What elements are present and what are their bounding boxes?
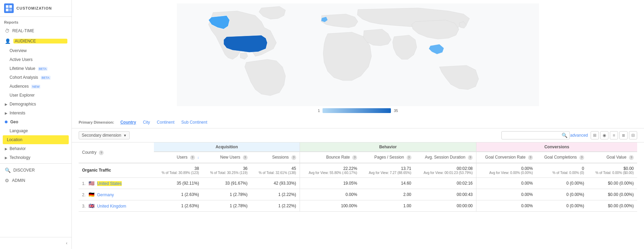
us-duration: 00:02:16 [415,177,476,189]
gb-pages: 1.00 [360,200,415,211]
goal-value-col-header[interactable]: Goal Value ? [588,152,637,163]
flag-us: 🇺🇸 [89,180,94,186]
admin-icon: ⚙ [5,178,9,183]
sidebar-item-audience[interactable]: 👤 AUDIENCE [0,36,71,46]
sidebar-divider [0,163,71,164]
collapse-icon: ‹ [66,241,67,246]
sidebar-item-cohort-analysis[interactable]: Cohort Analysis BETA [0,73,71,82]
users-col-header[interactable]: Users ? ↓ [154,152,202,163]
dim-btn-country[interactable]: Country [118,119,138,125]
search-input[interactable] [501,131,570,139]
new-badge-audiences: NEW [31,85,40,89]
sidebar-item-location[interactable]: Location [3,135,69,144]
goal-conv-col-header[interactable]: Goal Conversion Rate ? [476,152,536,163]
map-gradient-bar [323,108,391,113]
bounce-rate-help-icon[interactable]: ? [352,155,357,160]
map-legend: 1 35 [79,108,637,113]
collapse-sidebar-button[interactable]: ‹ [0,237,71,249]
view-chart-btn[interactable]: ◉ [600,131,608,139]
geo-label: Geo [10,120,18,124]
organic-sessions-cell: 45 % of Total: 32.61% (138) [251,163,300,178]
bounce-rate-col-header[interactable]: Bounce Rate ? [300,152,360,163]
sidebar-item-geo[interactable]: Geo [0,117,71,126]
sidebar-item-overview[interactable]: Overview [0,46,71,55]
goal-value-help-icon[interactable]: ? [629,155,634,160]
gb-completions: 0 (0.00%) [536,200,588,211]
sessions-col-header[interactable]: Sessions ? [251,152,300,163]
search-icon[interactable]: 🔍 [562,133,567,138]
sidebar-group-behavior[interactable]: ▶ Behavior [0,144,71,153]
dim-btn-subcontinent[interactable]: Sub Continent [179,119,209,125]
pages-help-icon[interactable]: ? [407,155,411,160]
sidebar-item-language[interactable]: Language [0,126,71,135]
realtime-label: REAL-TIME [12,28,67,33]
search-input-wrapper: 🔍 [501,131,567,139]
geo-dot-icon [5,121,8,123]
advanced-link[interactable]: advanced [570,133,588,138]
dim-btn-continent[interactable]: Continent [155,119,176,125]
avg-duration-col-header[interactable]: Avg. Session Duration ? [415,152,476,163]
world-map-svg [79,3,637,106]
sidebar-item-realtime[interactable]: ⏱ REAL-TIME [0,26,71,36]
goal-conv-help-icon[interactable]: ? [528,155,533,160]
sidebar-item-admin[interactable]: ⚙ ADMIN [0,175,71,186]
chevron-down-icon: ▼ [123,134,127,137]
users-help-icon[interactable]: ? [190,155,195,160]
data-table: Country ? Acquisition Behavior Conversio… [79,142,637,212]
organic-goal-conv-cell: 0.00% Avg for View: 0.00% (0.00%) [476,163,536,178]
active-users-label: Active Users [10,57,32,62]
primary-dim-label: Primary Dimension: [79,120,114,124]
country-link-us[interactable]: United States [97,181,122,186]
gb-sessions: 1 (2.22%) [251,200,300,211]
search-area: 🔍 advanced ⊞ ◉ ≡ ≣ ⊟ [501,131,637,139]
sidebar-item-discover[interactable]: 🔍 DISCOVER [0,165,71,175]
de-goal-conv: 0.00% [476,189,536,200]
gb-users: 1 (2.63%) [154,200,202,211]
table-container: Country ? Acquisition Behavior Conversio… [72,142,644,212]
sidebar-group-demographics[interactable]: ▶ Demographics [0,100,71,109]
reports-label: Reports [0,17,71,26]
de-new-users: 1 (2.78%) [202,189,251,200]
organic-duration-cell: 00:02:08 Avg for View: 00:01:23 (53.79%) [415,163,476,178]
secondary-dimension-select[interactable]: Secondary dimension ▼ [79,131,130,139]
row-num-de: 2. [82,192,86,197]
acquisition-group-header: Acquisition [154,142,300,152]
main-content: 1 35 Primary Dimension: Country City Con… [72,0,644,249]
sidebar-item-user-explorer[interactable]: User Explorer [0,91,71,100]
country-help-icon[interactable]: ? [99,150,104,155]
dim-btn-city[interactable]: City [141,119,152,125]
sidebar-group-interests[interactable]: ▶ Interests [0,109,71,117]
sidebar-item-active-users[interactable]: Active Users [0,55,71,64]
completions-help-icon[interactable]: ? [579,155,584,160]
sessions-help-icon[interactable]: ? [291,155,296,160]
sidebar-item-audiences[interactable]: Audiences NEW [0,82,71,91]
us-sessions: 42 (93.33%) [251,177,300,189]
svg-rect-0 [6,5,9,8]
de-goal-value: $0.00 (0.00%) [588,189,637,200]
view-list-btn[interactable]: ≣ [619,131,628,139]
gb-new-users: 1 (2.78%) [202,200,251,211]
new-users-help-icon[interactable]: ? [243,155,248,160]
view-grid-btn[interactable]: ⊟ [629,131,637,139]
view-bar-btn[interactable]: ≡ [610,131,618,139]
table-row: 2. 🇩🇪 Germany 1 (2.63%) 1 (2.78%) 1 (2.2… [79,189,637,200]
pages-session-col-header[interactable]: Pages / Session ? [360,152,415,163]
gb-duration: 00:00:00 [415,200,476,211]
discover-label: DISCOVER [13,168,67,173]
sidebar-item-lifetime-value[interactable]: Lifetime Value BETA [0,64,71,73]
sidebar: CUSTOMIZATION Reports ⏱ REAL-TIME 👤 AUDI… [0,0,72,249]
new-users-col-header[interactable]: New Users ? [202,152,251,163]
beta-badge-lifetime: BETA [38,67,48,71]
sidebar-group-technology[interactable]: ▶ Technology [0,153,71,162]
gb-bounce: 100.00% [300,200,360,211]
de-sessions: 1 (2.22%) [251,189,300,200]
user-explorer-label: User Explorer [10,93,35,98]
organic-new-users-cell: 36 % of Total: 30.25% (119) [202,163,251,178]
country-link-gb[interactable]: United Kingdom [97,204,126,209]
demographics-label: Demographics [10,102,36,107]
goal-completions-col-header[interactable]: Goal Completions ? [536,152,588,163]
duration-help-icon[interactable]: ? [468,155,473,160]
country-link-de[interactable]: Germany [97,192,114,197]
organic-users-cell: 38 % of Total: 30.89% (123) [154,163,202,178]
view-table-btn[interactable]: ⊞ [591,131,599,139]
